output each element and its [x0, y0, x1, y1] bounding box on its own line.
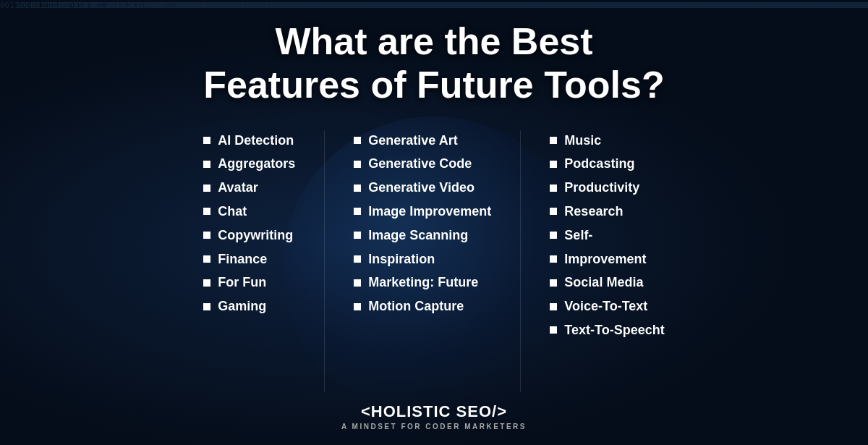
list-item: Inspiration — [354, 249, 491, 270]
item-label: Voice-To-Text — [564, 296, 647, 317]
list-item: Aggregators — [203, 153, 295, 174]
bullet-icon — [550, 137, 557, 144]
bullet-icon — [550, 303, 557, 310]
item-label: Motion Capture — [368, 296, 464, 317]
bullet-icon — [203, 279, 210, 287]
list-item: Generative Code — [354, 153, 491, 174]
list-item: Podcasting — [550, 153, 664, 174]
list-item: AI Detection — [203, 130, 295, 151]
bullet-icon — [550, 326, 557, 334]
item-label: Music — [564, 130, 601, 151]
bullet-icon — [550, 232, 557, 239]
title-line-1: What are the Best — [203, 20, 665, 64]
title-line-2: Features of Future Tools? — [203, 64, 665, 107]
list-item: Voice-To-Text — [550, 296, 664, 317]
bullet-icon — [354, 279, 361, 287]
item-label: Avatar — [218, 177, 258, 198]
list-item: Marketing: Future — [354, 272, 491, 293]
item-label: Text-To-Speecht — [564, 320, 664, 341]
bullet-icon — [550, 185, 557, 192]
list-item: Gaming — [203, 296, 295, 317]
list-item: Research — [550, 201, 664, 222]
bullet-icon — [550, 161, 557, 168]
item-label: Research — [564, 201, 623, 222]
main-content: What are the Best Features of Future Too… — [0, 0, 868, 445]
features-list-container: AI DetectionAggregatorsAvatarChatCopywri… — [29, 130, 839, 392]
item-label: Finance — [218, 249, 267, 270]
item-label: Image Scanning — [368, 225, 468, 246]
item-label: Generative Art — [368, 130, 457, 151]
list-column-3: MusicPodcastingProductivityResearchSelf-… — [528, 130, 686, 341]
item-label: Self- — [564, 225, 592, 246]
bullet-icon — [203, 232, 210, 239]
item-label: Productivity — [564, 177, 639, 198]
brand-name: <HOLISTIC SEO/> — [341, 402, 527, 421]
list-item: Self- — [550, 225, 664, 246]
item-label: For Fun — [218, 272, 266, 293]
footer: <HOLISTIC SEO/> A MINDSET FOR CODER MARK… — [341, 402, 527, 431]
list-item: Finance — [203, 249, 295, 270]
bullet-icon — [203, 303, 210, 310]
bullet-icon — [354, 255, 361, 263]
list-item: Music — [550, 130, 664, 151]
item-label: Chat — [218, 201, 247, 222]
item-label: Podcasting — [564, 153, 634, 174]
item-label: Generative Code — [368, 153, 472, 174]
list-item: Improvement — [550, 249, 664, 270]
item-label: AI Detection — [218, 130, 294, 151]
item-label: Generative Video — [368, 177, 475, 198]
list-item: Generative Art — [354, 130, 491, 151]
list-item: Image Scanning — [354, 225, 491, 246]
item-label: Social Media — [564, 272, 643, 293]
item-label: Inspiration — [368, 249, 435, 270]
list-item: For Fun — [203, 272, 295, 293]
bullet-icon — [354, 185, 361, 192]
bullet-icon — [203, 208, 210, 215]
page-title: What are the Best Features of Future Too… — [203, 20, 665, 107]
list-item: Chat — [203, 201, 295, 222]
list-item: Text-To-Speecht — [550, 320, 664, 341]
item-label: Image Improvement — [368, 201, 491, 222]
bullet-icon — [354, 232, 361, 239]
bullet-icon — [550, 208, 557, 215]
list-item: Copywriting — [203, 225, 295, 246]
bullet-icon — [354, 208, 361, 215]
list-column-1: AI DetectionAggregatorsAvatarChatCopywri… — [182, 130, 317, 317]
bullet-icon — [203, 161, 210, 168]
bullet-icon — [203, 255, 210, 263]
bullet-icon — [550, 279, 557, 287]
list-item: Image Improvement — [354, 201, 491, 222]
brand-tagline: A MINDSET FOR CODER MARKETERS — [341, 423, 527, 431]
item-label: Gaming — [218, 296, 266, 317]
list-item: Generative Video — [354, 177, 491, 198]
list-item: Motion Capture — [354, 296, 491, 317]
item-label: Aggregators — [218, 153, 295, 174]
list-item: Productivity — [550, 177, 664, 198]
column-divider — [324, 130, 325, 392]
list-column-2: Generative ArtGenerative CodeGenerative … — [332, 130, 513, 317]
bullet-icon — [354, 303, 361, 310]
bullet-icon — [354, 161, 361, 168]
item-label: Improvement — [564, 249, 646, 270]
item-label: Marketing: Future — [368, 272, 478, 293]
list-item: Avatar — [203, 177, 295, 198]
bullet-icon — [203, 137, 210, 144]
bullet-icon — [203, 185, 210, 192]
bullet-icon — [550, 255, 557, 263]
item-label: Copywriting — [218, 225, 293, 246]
column-divider — [520, 130, 521, 392]
list-item: Social Media — [550, 272, 664, 293]
bullet-icon — [354, 137, 361, 144]
